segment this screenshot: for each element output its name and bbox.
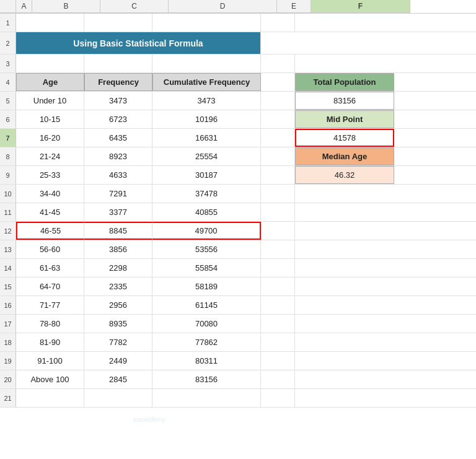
cell-d3[interactable] [152, 55, 261, 72]
cell-freq-17[interactable]: 8935 [84, 315, 152, 333]
cell-cum-17[interactable]: 70080 [152, 315, 261, 333]
cell-freq-5[interactable]: 3473 [84, 92, 152, 110]
cell-e16[interactable] [261, 296, 295, 314]
cell-freq-20[interactable]: 2845 [84, 370, 152, 388]
cell-e17[interactable] [261, 315, 295, 333]
cell-cum-7[interactable]: 16631 [152, 129, 261, 147]
cell-cum-14[interactable]: 55854 [152, 259, 261, 277]
cell-e14[interactable] [261, 259, 295, 277]
row-header-17[interactable]: 17 [0, 315, 16, 333]
cell-e7[interactable] [261, 129, 295, 147]
cell-cum-20[interactable]: 83156 [152, 370, 261, 388]
row-header-6[interactable]: 6 [0, 110, 16, 128]
cell-freq-11[interactable]: 3377 [84, 203, 152, 221]
cell-cum-8[interactable]: 25554 [152, 147, 261, 165]
col-header-e[interactable]: E [277, 0, 311, 13]
row-header-11[interactable]: 11 [0, 203, 16, 221]
row-header-3[interactable]: 3 [0, 55, 16, 72]
cell-freq-7[interactable]: 6435 [84, 129, 152, 147]
col-header-d[interactable]: D [169, 0, 277, 13]
cell-e21[interactable] [261, 389, 295, 407]
cell-cum-10[interactable]: 37478 [152, 185, 261, 203]
cell-e2[interactable] [261, 32, 295, 54]
row-header-7[interactable]: 7 [0, 129, 16, 147]
cell-freq-18[interactable]: 7782 [84, 333, 152, 351]
cell-age-18[interactable]: 81-90 [16, 333, 84, 351]
cell-cum-13[interactable]: 53556 [152, 240, 261, 258]
cell-f3[interactable] [295, 55, 394, 72]
cell-c21[interactable] [84, 389, 152, 407]
cell-freq-14[interactable]: 2298 [84, 259, 152, 277]
row-header-16[interactable]: 16 [0, 296, 16, 314]
cell-age-19[interactable]: 91-100 [16, 352, 84, 370]
cell-e5[interactable] [261, 92, 295, 110]
cell-age-12[interactable]: 46-55 [16, 222, 84, 240]
cell-cum-15[interactable]: 58189 [152, 278, 261, 295]
cell-e9[interactable] [261, 166, 295, 184]
cell-age-13[interactable]: 56-60 [16, 240, 84, 258]
cell-cum-18[interactable]: 77862 [152, 333, 261, 351]
row-header-15[interactable]: 15 [0, 278, 16, 295]
row-header-20[interactable]: 20 [0, 370, 16, 388]
cell-freq-16[interactable]: 2956 [84, 296, 152, 314]
row-header-19[interactable]: 19 [0, 352, 16, 370]
cell-age-5[interactable]: Under 10 [16, 92, 84, 110]
cell-e18[interactable] [261, 333, 295, 351]
cell-freq-12[interactable]: 8845 [84, 222, 152, 240]
row-header-21[interactable]: 21 [0, 389, 16, 407]
cell-freq-8[interactable]: 8923 [84, 147, 152, 165]
cell-c3[interactable] [84, 55, 152, 72]
row-header-18[interactable]: 18 [0, 333, 16, 351]
cell-age-8[interactable]: 21-24 [16, 147, 84, 165]
row-header-14[interactable]: 14 [0, 259, 16, 277]
cell-age-20[interactable]: Above 100 [16, 370, 84, 388]
row-header-9[interactable]: 9 [0, 166, 16, 184]
cell-cum-19[interactable]: 80311 [152, 352, 261, 370]
cell-d1[interactable] [152, 14, 261, 32]
cell-c1[interactable] [84, 14, 152, 32]
cell-age-7[interactable]: 16-20 [16, 129, 84, 147]
cell-cum-11[interactable]: 40855 [152, 203, 261, 221]
cell-freq-10[interactable]: 7291 [84, 185, 152, 203]
cell-cum-5[interactable]: 3473 [152, 92, 261, 110]
cell-b21[interactable] [16, 389, 84, 407]
cell-f1[interactable] [295, 14, 394, 32]
cell-f2[interactable] [295, 32, 394, 54]
cell-freq-9[interactable]: 4633 [84, 166, 152, 184]
cell-age-11[interactable]: 41-45 [16, 203, 84, 221]
cell-cum-12[interactable]: 49700 [152, 222, 261, 240]
cell-e1[interactable] [261, 14, 295, 32]
cell-age-17[interactable]: 78-80 [16, 315, 84, 333]
cell-d21[interactable] [152, 389, 261, 407]
col-header-f[interactable]: F [311, 0, 410, 13]
cell-e3[interactable] [261, 55, 295, 72]
row-header-5[interactable]: 5 [0, 92, 16, 110]
cell-freq-13[interactable]: 3856 [84, 240, 152, 258]
cell-e11[interactable] [261, 203, 295, 221]
cell-age-14[interactable]: 61-63 [16, 259, 84, 277]
cell-age-16[interactable]: 71-77 [16, 296, 84, 314]
cell-e19[interactable] [261, 352, 295, 370]
cell-b3[interactable] [16, 55, 84, 72]
col-header-a[interactable]: A [16, 0, 32, 13]
cell-e10[interactable] [261, 185, 295, 203]
row-header-4[interactable]: 4 [0, 73, 16, 91]
cell-age-9[interactable]: 25-33 [16, 166, 84, 184]
cell-e20[interactable] [261, 370, 295, 388]
cell-cum-6[interactable]: 10196 [152, 110, 261, 128]
cell-e8[interactable] [261, 147, 295, 165]
row-header-12[interactable]: 12 [0, 222, 16, 240]
col-header-b[interactable]: B [32, 0, 100, 13]
cell-e6[interactable] [261, 110, 295, 128]
cell-e15[interactable] [261, 278, 295, 295]
cell-age-15[interactable]: 64-70 [16, 278, 84, 295]
row-header-8[interactable]: 8 [0, 147, 16, 165]
cell-age-10[interactable]: 34-40 [16, 185, 84, 203]
cell-e13[interactable] [261, 240, 295, 258]
cell-b1[interactable] [16, 14, 84, 32]
cell-cum-16[interactable]: 61145 [152, 296, 261, 314]
cell-e4[interactable] [261, 73, 295, 91]
cell-freq-19[interactable]: 2449 [84, 352, 152, 370]
cell-e12[interactable] [261, 222, 295, 240]
col-header-c[interactable]: C [100, 0, 169, 13]
